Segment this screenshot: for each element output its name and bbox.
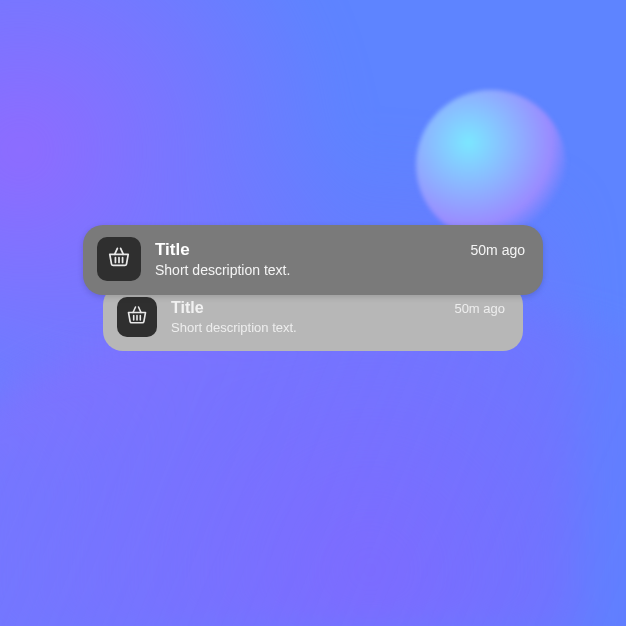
shopping-basket-icon xyxy=(106,244,132,274)
shopping-basket-icon xyxy=(125,303,149,331)
decorative-shape xyxy=(416,90,566,240)
notification-time: 50m ago xyxy=(454,301,505,316)
app-icon-tile xyxy=(117,297,157,337)
notification-description: Short description text. xyxy=(155,262,525,278)
notification-stack: Title 50m ago Short description text. Ti… xyxy=(83,225,543,351)
notification-body: Title 50m ago Short description text. xyxy=(155,240,525,278)
notification-body: Title 50m ago Short description text. xyxy=(171,299,505,334)
notification-title: Title xyxy=(155,240,190,260)
app-icon-tile xyxy=(97,237,141,281)
notification-title: Title xyxy=(171,299,204,317)
notification-card[interactable]: Title 50m ago Short description text. xyxy=(83,225,543,295)
notification-time: 50m ago xyxy=(471,242,525,258)
notification-description: Short description text. xyxy=(171,320,505,335)
